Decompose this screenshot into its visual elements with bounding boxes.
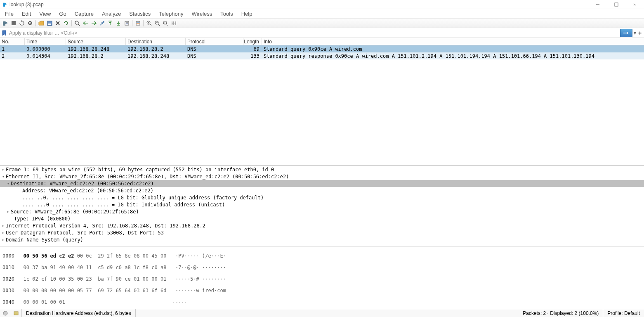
col-no[interactable]: No. — [0, 38, 25, 45]
goto-icon — [99, 21, 105, 26]
expert-info-button[interactable] — [2, 310, 9, 317]
resize-columns-icon — [171, 21, 177, 26]
svg-line-26 — [158, 24, 160, 26]
filter-bookmark-icon[interactable] — [1, 30, 7, 36]
go-bottom-icon — [116, 21, 121, 26]
svg-rect-8 — [48, 24, 51, 25]
apply-filter-button[interactable] — [620, 29, 632, 37]
edit-capture-comment-button[interactable] — [13, 310, 19, 317]
col-source[interactable]: Source — [66, 38, 126, 45]
chevron-down-icon: ▾ — [6, 181, 11, 186]
col-info[interactable]: Info — [262, 38, 644, 45]
svg-rect-19 — [137, 22, 139, 23]
reload-button[interactable] — [62, 19, 70, 27]
packet-details-pane[interactable]: ▸Frame 1: 69 bytes on wire (552 bits), 6… — [0, 165, 644, 246]
minimize-button[interactable] — [588, 0, 607, 9]
auto-scroll-button[interactable] — [123, 19, 130, 27]
col-protocol[interactable]: Protocol — [186, 38, 243, 45]
zoom-reset-button[interactable]: 1 — [162, 19, 169, 27]
chevron-down-icon: ▾ — [1, 174, 6, 179]
go-last-button[interactable] — [115, 19, 122, 27]
col-length[interactable]: Length — [243, 38, 262, 45]
svg-rect-20 — [137, 23, 139, 24]
svg-rect-4 — [12, 21, 16, 25]
start-capture-button[interactable] — [2, 19, 9, 27]
add-filter-button[interactable]: + — [637, 29, 643, 37]
arrow-right-icon — [91, 21, 97, 25]
tree-item-destination[interactable]: ▾Destination: VMware_ed:c2:e2 (00:50:56:… — [0, 180, 644, 187]
capture-options-button[interactable] — [26, 19, 34, 27]
zoom-out-button[interactable] — [153, 19, 161, 27]
hex-row[interactable]: 0020 1c 02 cf 10 00 35 00 23 ba 7f 90 ce… — [2, 276, 642, 282]
menu-wireless[interactable]: Wireless — [187, 10, 216, 18]
menu-telephony[interactable]: Telephony — [155, 10, 187, 18]
hex-row[interactable]: 0030 00 00 00 00 00 00 05 77 69 72 65 64… — [2, 288, 642, 293]
menu-edit[interactable]: Edit — [18, 10, 35, 18]
close-file-button[interactable] — [54, 19, 61, 27]
shark-fin-icon — [2, 20, 8, 26]
tree-item-address[interactable]: Address: VMware_ed:c2:e2 (00:50:56:ed:c2… — [0, 187, 644, 194]
folder-open-icon — [38, 21, 44, 26]
stop-capture-button[interactable] — [10, 19, 17, 27]
col-destination[interactable]: Destination — [126, 38, 186, 45]
go-to-packet-button[interactable] — [98, 19, 106, 27]
close-button[interactable] — [625, 0, 644, 9]
menu-statistics[interactable]: Statistics — [125, 10, 155, 18]
colorize-button[interactable] — [134, 19, 142, 27]
hex-row[interactable]: 0040 00 00 01 00 01 ····· — [2, 299, 642, 305]
svg-line-12 — [78, 24, 80, 26]
note-icon — [14, 311, 19, 316]
menu-help[interactable]: Help — [237, 10, 257, 18]
tree-item-ethernet[interactable]: ▾Ethernet II, Src: VMware_2f:65:8e (00:0… — [0, 173, 644, 180]
menu-capture[interactable]: Capture — [71, 10, 98, 18]
close-file-icon — [55, 21, 60, 26]
go-forward-button[interactable] — [90, 19, 97, 27]
packet-bytes-pane[interactable]: 0000 00 50 56 ed c2 e2 00 0c 29 2f 65 8e… — [0, 246, 644, 309]
arrow-apply-icon — [623, 31, 630, 35]
tree-item-type[interactable]: Type: IPv4 (0x0800) — [0, 215, 644, 222]
menu-tools[interactable]: Tools — [216, 10, 237, 18]
packet-list[interactable]: 1 0.000000 192.168.28.248 192.168.28.2 D… — [0, 45, 644, 165]
tree-item-frame[interactable]: ▸Frame 1: 69 bytes on wire (552 bits), 6… — [0, 166, 644, 173]
menu-go[interactable]: Go — [55, 10, 70, 18]
menu-view[interactable]: View — [35, 10, 55, 18]
save-icon — [47, 21, 52, 26]
chevron-right-icon: ▸ — [1, 223, 6, 228]
hex-row[interactable]: 0010 00 37 ba 91 40 00 40 11 c5 d9 c0 a8… — [2, 265, 642, 270]
tree-item-ig-bit[interactable]: .... ...0 .... .... .... .... = IG bit: … — [0, 201, 644, 208]
restart-capture-button[interactable] — [18, 19, 26, 27]
main-toolbar: 1 — [0, 18, 644, 28]
hex-row[interactable]: 0000 00 50 56 ed c2 e2 00 0c 29 2f 65 8e… — [2, 253, 642, 259]
status-packet-count: Packets: 2 · Displayed: 2 (100.0%) — [519, 309, 603, 317]
wireshark-icon — [2, 2, 7, 7]
tree-item-lg-bit[interactable]: .... ..0. .... .... .... .... = LG bit: … — [0, 194, 644, 201]
go-first-button[interactable] — [106, 19, 114, 27]
svg-point-34 — [3, 311, 7, 315]
tree-item-dns[interactable]: ▸Domain Name System (query) — [0, 236, 644, 243]
zoom-out-icon — [155, 21, 160, 26]
circle-icon — [3, 311, 8, 316]
tree-item-udp[interactable]: ▸User Datagram Protocol, Src Port: 53008… — [0, 229, 644, 236]
col-time[interactable]: Time — [25, 38, 66, 45]
status-profile[interactable]: Profile: Default — [603, 309, 644, 317]
svg-line-29 — [166, 24, 168, 26]
menu-file[interactable]: File — [1, 10, 18, 18]
filter-history-dropdown[interactable]: ▾ — [633, 29, 637, 37]
go-back-button[interactable] — [82, 19, 89, 27]
open-file-button[interactable] — [38, 19, 45, 27]
display-filter-bar: ▾ + — [0, 28, 644, 38]
svg-text:1: 1 — [164, 21, 166, 24]
tree-item-source[interactable]: ▸Source: VMware_2f:65:8e (00:0c:29:2f:65… — [0, 208, 644, 215]
save-file-button[interactable] — [46, 19, 53, 27]
maximize-button[interactable] — [607, 0, 625, 9]
zoom-reset-icon: 1 — [163, 21, 168, 26]
tree-item-ip[interactable]: ▸Internet Protocol Version 4, Src: 192.1… — [0, 222, 644, 229]
display-filter-input[interactable] — [8, 29, 620, 37]
resize-columns-button[interactable] — [170, 19, 177, 27]
find-packet-button[interactable] — [73, 19, 81, 27]
packet-row[interactable]: 2 0.014304 192.168.28.2 192.168.28.248 D… — [0, 52, 644, 59]
gear-icon — [27, 20, 33, 26]
menu-analyze[interactable]: Analyze — [98, 10, 125, 18]
packet-row[interactable]: 1 0.000000 192.168.28.248 192.168.28.2 D… — [0, 45, 644, 52]
zoom-in-button[interactable] — [145, 19, 153, 27]
